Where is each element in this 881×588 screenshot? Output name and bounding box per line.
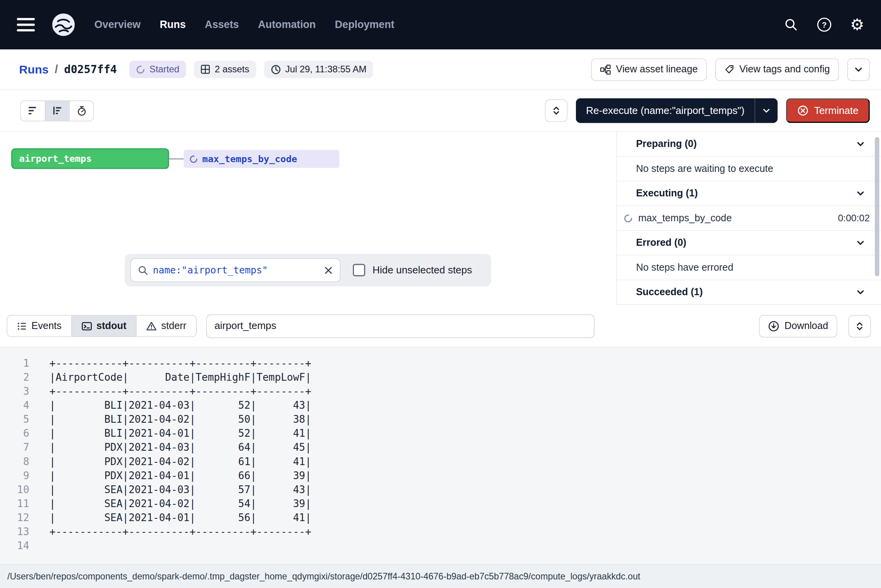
- reexecute-button[interactable]: Re-execute (name:"airport_temps"): [576, 98, 777, 123]
- section-header-succeeded[interactable]: Succeeded (1): [617, 280, 881, 305]
- terminate-button[interactable]: Terminate: [786, 98, 870, 123]
- view-mode-timer-icon[interactable]: [69, 101, 93, 121]
- clear-filter-x-icon[interactable]: [324, 265, 333, 275]
- terminal-icon: [81, 321, 92, 331]
- run-status-badge: Started: [129, 61, 186, 78]
- log-line-number: 6: [0, 426, 36, 440]
- hamburger-menu-icon[interactable]: [17, 18, 35, 32]
- run-graph-section: airport_temps max_temps_by_code Hide uns…: [0, 132, 881, 305]
- chevron-down-icon[interactable]: [856, 189, 865, 198]
- expand-log-button[interactable]: [848, 315, 871, 337]
- spinner-icon: [624, 214, 633, 222]
- view-mode-flat-icon[interactable]: [21, 101, 45, 121]
- download-icon: [768, 320, 779, 332]
- run-header-more-button[interactable]: [847, 58, 870, 80]
- chevron-down-icon[interactable]: [856, 287, 865, 297]
- run-timestamp-badge: Jul 29, 11:38:55 AM: [264, 61, 373, 78]
- nav-item-assets[interactable]: Assets: [205, 19, 239, 31]
- breadcrumb-runs-link[interactable]: Runs: [19, 63, 49, 76]
- step-filter-box: [130, 258, 340, 282]
- log-tabs: Events stdout stderr: [7, 315, 197, 337]
- log-line: +-----------+----------+---------+------…: [49, 525, 881, 539]
- hide-unselected-label: Hide unselected steps: [372, 264, 472, 276]
- errored-empty-message: No steps have errored: [617, 256, 881, 280]
- app-window: Overview Runs Assets Automation Deployme…: [0, 0, 881, 588]
- run-header-actions: View asset lineage View tags and config: [591, 58, 870, 80]
- reexecute-button-label[interactable]: Re-execute (name:"airport_temps"): [576, 105, 755, 116]
- spinner-icon: [190, 155, 198, 163]
- hide-unselected-checkbox[interactable]: [353, 264, 365, 276]
- log-line: | BLI|2021-04-03| 52| 43|: [49, 398, 881, 412]
- log-line: +-----------+----------+---------+------…: [49, 384, 881, 398]
- log-step-input[interactable]: [206, 314, 594, 338]
- hide-unselected-steps-toggle[interactable]: Hide unselected steps: [353, 264, 472, 276]
- step-node-max-temps-by-code[interactable]: max_temps_by_code: [184, 150, 339, 168]
- log-line: | BLI|2021-04-01| 52| 41|: [49, 426, 881, 440]
- section-header-executing[interactable]: Executing (1): [617, 181, 881, 206]
- tag-icon: [724, 64, 734, 74]
- section-header-errored[interactable]: Errored (0): [617, 231, 881, 256]
- graph-edge: [169, 158, 184, 159]
- view-asset-lineage-button[interactable]: View asset lineage: [591, 58, 707, 80]
- log-line-number: 7: [0, 440, 36, 454]
- section-title: Errored (0): [636, 237, 686, 248]
- log-path-statusbar: /Users/ben/repos/components_demo/spark-d…: [0, 564, 881, 588]
- log-line-number: 5: [0, 412, 36, 426]
- graph-filter-bar: Hide unselected steps: [125, 254, 491, 287]
- up-down-chevrons-icon: [551, 105, 562, 116]
- help-icon[interactable]: ?: [816, 17, 832, 32]
- step-node-airport-temps[interactable]: airport_temps: [11, 148, 169, 169]
- download-button[interactable]: Download: [759, 315, 837, 337]
- log-line: | PDX|2021-04-03| 64| 45|: [49, 440, 881, 454]
- step-filter-input[interactable]: [153, 264, 319, 276]
- log-line-number: 13: [0, 525, 36, 539]
- log-line-number: 3: [0, 384, 36, 398]
- nav-item-automation[interactable]: Automation: [258, 19, 316, 31]
- log-line-number: 10: [0, 482, 36, 496]
- section-title: Preparing (0): [636, 138, 697, 150]
- run-steps-side-panel: Preparing (0) No steps are waiting to ex…: [616, 132, 881, 305]
- view-tags-config-button[interactable]: View tags and config: [715, 58, 839, 80]
- list-icon: [17, 321, 27, 331]
- nav-item-runs[interactable]: Runs: [160, 19, 186, 31]
- executing-step-name[interactable]: max_temps_by_code: [638, 212, 732, 224]
- log-output-area[interactable]: 1234567891011121314 +-----------+-------…: [0, 348, 881, 564]
- log-header-actions: Download: [759, 315, 871, 337]
- chevron-down-icon[interactable]: [856, 139, 865, 149]
- search-icon: [138, 265, 148, 275]
- gantt-graph-canvas[interactable]: airport_temps max_temps_by_code Hide uns…: [0, 132, 616, 305]
- chevron-down-icon[interactable]: [856, 238, 865, 248]
- tab-stderr[interactable]: stderr: [136, 315, 196, 336]
- log-line: [49, 539, 881, 553]
- dagster-logo[interactable]: [51, 12, 76, 37]
- expand-graph-button[interactable]: [545, 100, 568, 122]
- tab-events[interactable]: Events: [7, 315, 71, 336]
- log-line: | SEA|2021-04-02| 54| 39|: [49, 496, 881, 510]
- assets-count-badge[interactable]: 2 assets: [194, 61, 256, 78]
- reexecute-dropdown-caret[interactable]: [755, 106, 778, 115]
- log-line-number: 2: [0, 370, 36, 384]
- log-lines: +-----------+----------+---------+------…: [36, 348, 881, 564]
- executing-step-row[interactable]: max_temps_by_code 0:00:02: [617, 206, 881, 231]
- log-file-path: /Users/ben/repos/components_demo/spark-d…: [7, 571, 641, 581]
- grid-icon: [201, 65, 211, 74]
- view-mode-waterfall-icon[interactable]: [45, 101, 69, 121]
- search-icon[interactable]: [784, 18, 799, 32]
- log-line-number: 1: [0, 356, 36, 370]
- nav-item-deployment[interactable]: Deployment: [335, 19, 395, 31]
- log-line: | BLI|2021-04-02| 50| 38|: [49, 412, 881, 426]
- nav-item-overview[interactable]: Overview: [95, 19, 141, 31]
- log-line-number: 4: [0, 398, 36, 412]
- log-line-number: 11: [0, 496, 36, 510]
- log-line-number: 8: [0, 454, 36, 468]
- toolbar-actions: Re-execute (name:"airport_temps") Termin…: [545, 98, 870, 123]
- tab-stdout[interactable]: stdout: [71, 315, 136, 336]
- panel-scrollbar[interactable]: [875, 137, 879, 276]
- section-title: Executing (1): [636, 187, 698, 199]
- settings-gear-icon[interactable]: ⚙: [850, 17, 864, 32]
- circle-x-icon: [797, 105, 809, 116]
- svg-text:?: ?: [822, 21, 827, 29]
- section-header-preparing[interactable]: Preparing (0): [617, 132, 881, 157]
- log-line-number: 9: [0, 468, 36, 482]
- view-mode-toggle: [20, 100, 94, 121]
